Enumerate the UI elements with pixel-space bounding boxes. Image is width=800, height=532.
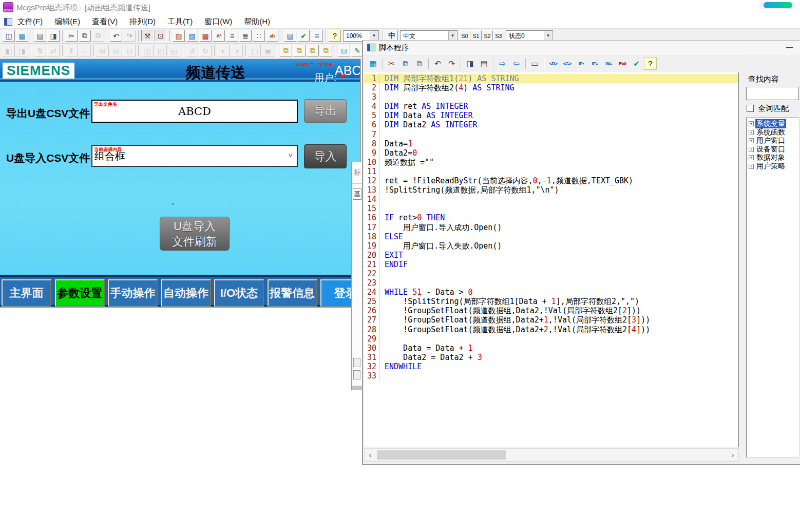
strip-scroll-box-bottom[interactable] bbox=[353, 370, 360, 379]
script-format-button[interactable]: ▤ bbox=[478, 57, 490, 70]
script-comment-button[interactable]: ▭ bbox=[528, 57, 541, 70]
horizontal-scrollbar[interactable]: ‹ › bbox=[364, 448, 739, 462]
script-paste-button[interactable]: ⧉ bbox=[413, 57, 426, 70]
expand-plus-icon[interactable]: + bbox=[749, 138, 754, 143]
code-line-9[interactable]: 9Data2=0 bbox=[364, 148, 738, 158]
code-line-24[interactable]: 24WHILE 51 - Data > 0 bbox=[364, 288, 738, 297]
declare-data-button[interactable]: <D> bbox=[547, 57, 560, 70]
undo-button[interactable]: ↶ bbox=[110, 30, 122, 42]
code-line-2[interactable]: 2DIM 局部字符数组2(4) AS STRING bbox=[364, 83, 738, 92]
menu-item-4[interactable]: 工具(T) bbox=[167, 17, 193, 27]
code-line-28[interactable]: 28 !GroupSetFloat(频道数据组,Data2+2,!Val(局部字… bbox=[364, 325, 738, 334]
save-button[interactable]: ▦ bbox=[16, 30, 28, 42]
code-line-27[interactable]: 27 !GroupSetFloat(频道数据组,Data2+1,!Val(局部字… bbox=[364, 315, 738, 325]
toolbox-tab[interactable]: 基 bbox=[353, 188, 361, 200]
import-file-combobox[interactable]: 当前选择内容 组合框 ˅ bbox=[91, 145, 298, 167]
expand-plus-icon[interactable]: + bbox=[749, 155, 754, 160]
spell-abc-button[interactable]: ab bbox=[266, 30, 278, 42]
animation-brush-button[interactable]: ▨ bbox=[173, 30, 185, 42]
nav-button-2[interactable]: 手动操作 bbox=[108, 279, 158, 307]
code-line-13[interactable]: 13!SplitString(频道数据,局部字符数组1,"\n") bbox=[364, 185, 738, 195]
script-import-button[interactable]: ⇦ bbox=[510, 57, 523, 70]
chevron-down-icon[interactable]: ▼ bbox=[544, 31, 552, 41]
minimize-icon[interactable] bbox=[786, 47, 793, 48]
code-line-8[interactable]: 8Data=1 bbox=[364, 139, 738, 148]
help-button[interactable]: ? bbox=[329, 30, 341, 42]
code-line-3[interactable]: 3 bbox=[364, 92, 738, 102]
chevron-down-icon[interactable]: ˅ bbox=[288, 151, 293, 160]
scrollbar-thumb[interactable] bbox=[377, 450, 506, 460]
code-line-18[interactable]: 18ELSE bbox=[364, 232, 738, 241]
code-line-1[interactable]: 1DIM 局部字符数组1(21) AS STRING bbox=[364, 74, 738, 83]
cut-button[interactable]: ✂ bbox=[65, 30, 78, 42]
code-line-5[interactable]: 5DIM Data AS INTEGER bbox=[364, 111, 738, 120]
script-save-button[interactable]: ▦ bbox=[367, 57, 379, 70]
expand-plus-icon[interactable]: + bbox=[749, 164, 754, 169]
code-line-10[interactable]: 10频道数据 ="" bbox=[364, 158, 738, 167]
code-line-23[interactable]: 23 bbox=[364, 278, 738, 288]
script-export-button[interactable]: ⇨ bbox=[496, 57, 509, 70]
script-undo-button[interactable]: ↶ bbox=[431, 57, 444, 70]
menu-item-1[interactable]: 编辑(E) bbox=[54, 17, 80, 27]
nav-button-1[interactable]: 参数设置 bbox=[55, 279, 105, 307]
code-line-15[interactable]: 15 bbox=[364, 204, 738, 213]
expand-plus-icon[interactable]: + bbox=[749, 130, 754, 135]
send-to-back-button[interactable]: ⧉ bbox=[293, 45, 306, 56]
menu-item-6[interactable]: 帮助(H) bbox=[244, 17, 270, 27]
font-button[interactable]: Aª bbox=[213, 30, 225, 42]
script-syntax-check-button[interactable]: ✔ bbox=[630, 57, 643, 70]
tree-item-1[interactable]: +系统函数 bbox=[748, 128, 799, 137]
chevron-down-icon[interactable]: ▼ bbox=[370, 31, 378, 41]
bring-forward-button[interactable]: ⧉ bbox=[307, 45, 319, 56]
insert-exit-button[interactable]: Exit bbox=[616, 57, 629, 70]
sort-button[interactable]: ≡ bbox=[311, 30, 323, 42]
code-line-32[interactable]: 32ENDWHILE bbox=[364, 362, 738, 371]
script-help-button[interactable]: ? bbox=[644, 57, 657, 70]
code-line-12[interactable]: 12ret = !FileReadByStr(当前选择内容,0,-1,频道数据,… bbox=[364, 176, 738, 185]
nav-button-3[interactable]: 自动操作 bbox=[161, 279, 211, 307]
lock-button[interactable]: ⊡ bbox=[338, 45, 350, 56]
print-button[interactable]: ▤ bbox=[34, 30, 46, 42]
strip-scroll-box-top[interactable] bbox=[353, 358, 360, 367]
code-line-26[interactable]: 26 !GroupSetFloat(频道数据组,Data2,!Val(局部字符数… bbox=[364, 306, 738, 315]
insert-if-else-button[interactable]: IF≡ bbox=[588, 57, 601, 70]
tree-item-2[interactable]: +用户窗口 bbox=[748, 137, 799, 145]
code-line-31[interactable]: 31 Data2 = Data2 + 3 bbox=[364, 353, 738, 362]
code-line-22[interactable]: 22 bbox=[364, 269, 738, 278]
whole-word-checkbox[interactable] bbox=[747, 105, 754, 112]
tree-item-5[interactable]: +用户策略 bbox=[748, 162, 799, 171]
status-pill[interactable] bbox=[764, 2, 792, 8]
bring-to-front-button[interactable]: ⧉ bbox=[280, 45, 292, 56]
code-line-30[interactable]: 30 Data = Data + 1 bbox=[364, 344, 738, 353]
text-align-button[interactable]: ≡ bbox=[226, 30, 238, 42]
script-cut-button[interactable]: ✂ bbox=[385, 57, 398, 70]
code-line-33[interactable]: 33 bbox=[364, 371, 738, 381]
copy-button[interactable]: ⧉ bbox=[79, 30, 91, 42]
script-redo-button[interactable]: ↷ bbox=[445, 57, 458, 70]
code-line-11[interactable]: 11 bbox=[364, 167, 738, 176]
find-input[interactable] bbox=[746, 87, 799, 100]
workbench-button[interactable]: ⊡ bbox=[155, 30, 167, 42]
nav-button-4[interactable]: I/O状态 bbox=[214, 279, 264, 307]
menu-item-0[interactable]: 文件(F) bbox=[17, 17, 43, 27]
export-button[interactable]: 导出 bbox=[304, 99, 347, 123]
code-line-20[interactable]: 20EXIT bbox=[364, 251, 738, 260]
code-line-19[interactable]: 19 用户窗口.导入失败.Open() bbox=[364, 241, 738, 251]
syntax-check-button[interactable]: ✔ bbox=[297, 30, 310, 42]
scroll-right-icon[interactable]: › bbox=[727, 449, 738, 461]
script-code-editor[interactable]: 1DIM 局部字符数组1(21) AS STRING2DIM 局部字符数组2(4… bbox=[364, 72, 739, 447]
code-line-7[interactable]: 7 bbox=[364, 130, 738, 139]
code-line-25[interactable]: 25 !SplitString(局部字符数组1[Data + 1],局部字符数组… bbox=[364, 297, 738, 306]
fill-color-button[interactable]: ▦ bbox=[199, 30, 212, 42]
code-line-6[interactable]: 6DIM Data2 AS INTEGER bbox=[364, 120, 738, 129]
script-preview-button[interactable]: ◨ bbox=[464, 57, 477, 70]
export-filename-field[interactable]: 导出文件名 ABCD bbox=[91, 100, 298, 123]
text-list-button[interactable]: ≣ bbox=[239, 30, 252, 42]
code-line-16[interactable]: 16IF ret>0 THEN bbox=[364, 213, 738, 222]
nav-button-0[interactable]: 主界面 bbox=[2, 279, 51, 307]
declare-global-button[interactable]: <G> bbox=[561, 57, 574, 70]
code-line-14[interactable]: 14 bbox=[364, 195, 738, 204]
tree-item-4[interactable]: +数据对象 bbox=[748, 154, 799, 162]
expand-plus-icon[interactable]: + bbox=[749, 147, 754, 152]
menu-item-2[interactable]: 查看(V) bbox=[92, 17, 118, 27]
